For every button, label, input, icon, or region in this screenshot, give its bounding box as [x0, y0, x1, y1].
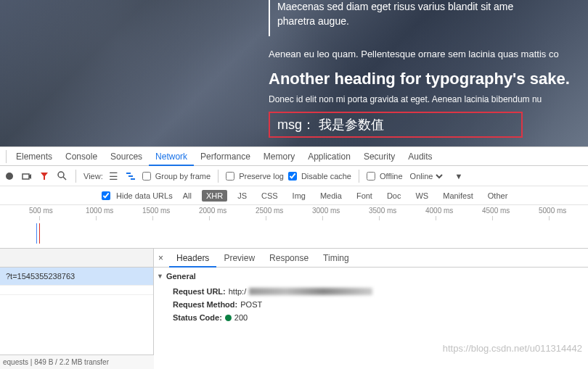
tab-sources[interactable]: Sources [104, 152, 149, 162]
filter-other[interactable]: Other [483, 190, 513, 202]
filter-bar: Hide data URLs All XHR JS CSS Img Media … [0, 186, 588, 205]
blockquote-text: Maecenas sed diam eget risus varius blan… [269, 0, 588, 28]
general-section-toggle[interactable]: ▼ General [154, 268, 588, 285]
record-button[interactable] [3, 170, 16, 183]
hide-data-urls-checkbox[interactable] [102, 191, 110, 200]
hide-data-urls-label: Hide data URLs [116, 191, 173, 200]
devtools-tabs: Elements Console Sources Network Perform… [0, 147, 588, 166]
close-icon[interactable]: × [158, 253, 163, 263]
status-code-row: Status Code: 200 [154, 311, 588, 324]
svg-line-5 [63, 177, 66, 180]
offline-checkbox[interactable] [367, 172, 375, 181]
svg-rect-8 [131, 178, 135, 180]
svg-marker-3 [41, 173, 48, 180]
request-row-empty [0, 286, 153, 295]
tab-audits[interactable]: Audits [401, 152, 438, 162]
tab-performance[interactable]: Performance [194, 152, 257, 162]
offline-label: Offline [380, 172, 403, 181]
preserve-log-checkbox[interactable] [226, 172, 234, 181]
list-view-icon[interactable]: ☰ [107, 170, 121, 183]
svg-rect-1 [23, 174, 29, 179]
group-by-frame-checkbox[interactable] [142, 172, 151, 181]
blurred-url [249, 288, 372, 295]
svg-point-4 [58, 172, 64, 178]
disable-cache-label: Disable cache [301, 172, 351, 181]
tab-network[interactable]: Network [149, 147, 194, 166]
detail-tab-timing[interactable]: Timing [316, 253, 356, 263]
tab-elements[interactable]: Elements [9, 152, 59, 162]
view-label: View: [83, 172, 103, 181]
request-footer: equests | 849 B / 2.2 MB transfer [0, 355, 154, 369]
request-url-row: Request URL: http:/ [154, 285, 588, 298]
svg-point-0 [6, 173, 13, 180]
heading-typography: Another heading for typography's sake. [269, 70, 588, 88]
network-toolbar: View: ☰ Group by frame Preserve log Disa… [0, 166, 588, 186]
svg-rect-7 [128, 175, 133, 177]
group-by-frame-label: Group by frame [155, 172, 211, 181]
filter-icon[interactable] [38, 170, 51, 183]
request-details: × Headers Preview Response Timing ▼ Gene… [154, 249, 588, 369]
lead-text: Aenean eu leo quam. Pellentesque ornare … [269, 49, 588, 59]
filter-js[interactable]: JS [233, 190, 251, 202]
request-method-row: Request Method: POST [154, 298, 588, 311]
svg-rect-6 [126, 173, 131, 174]
filter-doc[interactable]: Doc [383, 190, 406, 202]
filter-xhr[interactable]: XHR [202, 190, 227, 202]
filter-ws[interactable]: WS [411, 190, 433, 202]
camera-icon[interactable] [20, 170, 33, 183]
throttling-select[interactable]: Online [407, 171, 445, 181]
dropdown-arrow-icon[interactable]: ▼ [455, 172, 463, 181]
body-text: Donec id elit non mi porta gravida at eg… [269, 94, 588, 104]
chevron-down-icon: ▼ [157, 273, 163, 280]
tab-console[interactable]: Console [59, 152, 104, 162]
search-icon[interactable] [55, 170, 68, 183]
tab-security[interactable]: Security [357, 152, 401, 162]
hero-banner: Maecenas sed diam eget risus varius blan… [0, 0, 588, 146]
filter-all[interactable]: All [179, 190, 196, 202]
devtools-panel: Elements Console Sources Network Perform… [0, 146, 588, 369]
request-row[interactable]: ?t=1545355238763 [0, 268, 153, 286]
filter-img[interactable]: Img [288, 190, 310, 202]
detail-tab-response[interactable]: Response [262, 253, 316, 263]
detail-tab-preview[interactable]: Preview [216, 253, 262, 263]
filter-manifest[interactable]: Manifest [438, 190, 478, 202]
waterfall-view-icon[interactable] [125, 170, 138, 183]
msg-highlight-box: msg： 我是参数值 [269, 112, 523, 138]
timeline[interactable]: 500 ms 1000 ms 1500 ms 2000 ms 2500 ms 3… [0, 205, 588, 249]
tab-memory[interactable]: Memory [257, 152, 301, 162]
filter-media[interactable]: Media [316, 190, 346, 202]
filter-font[interactable]: Font [352, 190, 377, 202]
tab-application[interactable]: Application [301, 152, 357, 162]
status-dot-icon [225, 315, 232, 321]
detail-tab-headers[interactable]: Headers [169, 249, 216, 268]
preserve-log-label: Preserve log [239, 172, 284, 181]
request-list: ?t=1545355238763 equests | 849 B / 2.2 M… [0, 249, 154, 369]
watermark-text: https://blog.csdn.net/u011314442 [443, 343, 582, 354]
filter-css[interactable]: CSS [257, 190, 282, 202]
disable-cache-checkbox[interactable] [288, 172, 297, 181]
